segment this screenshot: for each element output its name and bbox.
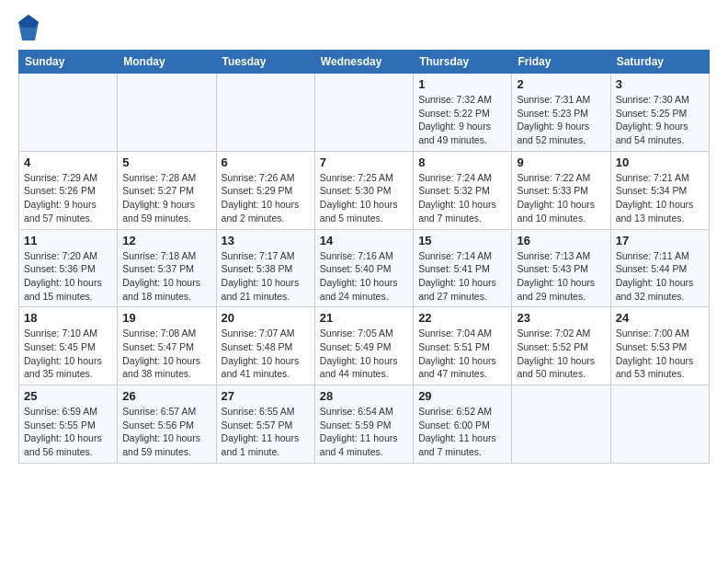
day-info: Sunrise: 7:04 AM Sunset: 5:51 PM Dayligh… bbox=[418, 327, 506, 381]
calendar-cell: 13Sunrise: 7:17 AM Sunset: 5:38 PM Dayli… bbox=[216, 229, 314, 307]
day-number: 10 bbox=[616, 155, 704, 169]
calendar-table: SundayMondayTuesdayWednesdayThursdayFrid… bbox=[18, 50, 710, 464]
calendar-cell: 12Sunrise: 7:18 AM Sunset: 5:37 PM Dayli… bbox=[118, 229, 216, 307]
calendar-cell: 14Sunrise: 7:16 AM Sunset: 5:40 PM Dayli… bbox=[314, 229, 413, 307]
day-info: Sunrise: 7:05 AM Sunset: 5:49 PM Dayligh… bbox=[320, 327, 408, 381]
calendar-cell: 9Sunrise: 7:22 AM Sunset: 5:33 PM Daylig… bbox=[512, 151, 610, 229]
day-info: Sunrise: 7:02 AM Sunset: 5:52 PM Dayligh… bbox=[517, 327, 605, 381]
calendar-cell: 6Sunrise: 7:26 AM Sunset: 5:29 PM Daylig… bbox=[216, 151, 314, 229]
day-info: Sunrise: 6:55 AM Sunset: 5:57 PM Dayligh… bbox=[222, 405, 310, 459]
day-number: 16 bbox=[517, 234, 605, 247]
calendar-cell: 29Sunrise: 6:52 AM Sunset: 6:00 PM Dayli… bbox=[414, 385, 512, 464]
calendar-cell: 7Sunrise: 7:25 AM Sunset: 5:30 PM Daylig… bbox=[314, 151, 413, 229]
calendar-cell bbox=[610, 385, 709, 464]
calendar-cell: 27Sunrise: 6:55 AM Sunset: 5:57 PM Dayli… bbox=[216, 385, 314, 464]
week-row-2: 4Sunrise: 7:29 AM Sunset: 5:26 PM Daylig… bbox=[19, 151, 710, 229]
day-info: Sunrise: 7:32 AM Sunset: 5:22 PM Dayligh… bbox=[418, 93, 506, 147]
weekday-header-saturday: Saturday bbox=[610, 51, 709, 74]
calendar-cell: 20Sunrise: 7:07 AM Sunset: 5:48 PM Dayli… bbox=[216, 307, 314, 385]
calendar-cell bbox=[19, 74, 118, 152]
day-number: 25 bbox=[24, 389, 112, 403]
day-number: 13 bbox=[222, 234, 310, 247]
day-number: 18 bbox=[24, 311, 112, 325]
day-number: 3 bbox=[616, 77, 704, 91]
day-info: Sunrise: 7:17 AM Sunset: 5:38 PM Dayligh… bbox=[222, 249, 310, 304]
day-number: 14 bbox=[320, 234, 408, 247]
day-number: 22 bbox=[418, 311, 506, 325]
weekday-header-monday: Monday bbox=[118, 51, 216, 74]
day-info: Sunrise: 6:59 AM Sunset: 5:55 PM Dayligh… bbox=[24, 405, 112, 459]
day-info: Sunrise: 7:30 AM Sunset: 5:25 PM Dayligh… bbox=[616, 93, 704, 147]
weekday-header-row: SundayMondayTuesdayWednesdayThursdayFrid… bbox=[19, 51, 710, 74]
week-row-5: 25Sunrise: 6:59 AM Sunset: 5:55 PM Dayli… bbox=[19, 385, 710, 464]
calendar-cell: 22Sunrise: 7:04 AM Sunset: 5:51 PM Dayli… bbox=[414, 307, 512, 385]
day-info: Sunrise: 6:54 AM Sunset: 5:59 PM Dayligh… bbox=[320, 405, 408, 459]
calendar-cell: 25Sunrise: 6:59 AM Sunset: 5:55 PM Dayli… bbox=[19, 385, 118, 464]
day-info: Sunrise: 7:16 AM Sunset: 5:40 PM Dayligh… bbox=[320, 249, 408, 304]
day-info: Sunrise: 7:21 AM Sunset: 5:34 PM Dayligh… bbox=[616, 171, 704, 225]
day-info: Sunrise: 7:26 AM Sunset: 5:29 PM Dayligh… bbox=[222, 171, 310, 225]
calendar-cell: 23Sunrise: 7:02 AM Sunset: 5:52 PM Dayli… bbox=[512, 307, 610, 385]
calendar-cell: 18Sunrise: 7:10 AM Sunset: 5:45 PM Dayli… bbox=[19, 307, 118, 385]
calendar-cell: 4Sunrise: 7:29 AM Sunset: 5:26 PM Daylig… bbox=[19, 151, 118, 229]
svg-marker-1 bbox=[18, 15, 39, 28]
day-info: Sunrise: 7:07 AM Sunset: 5:48 PM Dayligh… bbox=[222, 327, 310, 381]
week-row-1: 1Sunrise: 7:32 AM Sunset: 5:22 PM Daylig… bbox=[19, 74, 710, 152]
calendar-cell: 11Sunrise: 7:20 AM Sunset: 5:36 PM Dayli… bbox=[19, 229, 118, 307]
day-number: 23 bbox=[517, 311, 605, 325]
day-info: Sunrise: 7:24 AM Sunset: 5:32 PM Dayligh… bbox=[418, 171, 506, 225]
weekday-header-sunday: Sunday bbox=[19, 51, 118, 74]
day-number: 11 bbox=[24, 234, 112, 247]
day-info: Sunrise: 7:14 AM Sunset: 5:41 PM Dayligh… bbox=[418, 249, 506, 304]
day-info: Sunrise: 7:08 AM Sunset: 5:47 PM Dayligh… bbox=[122, 327, 210, 381]
day-number: 27 bbox=[222, 389, 310, 403]
calendar-cell: 24Sunrise: 7:00 AM Sunset: 5:53 PM Dayli… bbox=[610, 307, 709, 385]
day-info: Sunrise: 6:57 AM Sunset: 5:56 PM Dayligh… bbox=[122, 405, 210, 459]
day-info: Sunrise: 7:13 AM Sunset: 5:43 PM Dayligh… bbox=[517, 249, 605, 304]
page-header bbox=[18, 15, 710, 40]
day-number: 6 bbox=[222, 155, 310, 169]
calendar-cell: 5Sunrise: 7:28 AM Sunset: 5:27 PM Daylig… bbox=[118, 151, 216, 229]
day-info: Sunrise: 7:28 AM Sunset: 5:27 PM Dayligh… bbox=[122, 171, 210, 225]
day-number: 9 bbox=[517, 155, 605, 169]
day-number: 17 bbox=[616, 234, 704, 247]
calendar-cell: 28Sunrise: 6:54 AM Sunset: 5:59 PM Dayli… bbox=[314, 385, 413, 464]
week-row-4: 18Sunrise: 7:10 AM Sunset: 5:45 PM Dayli… bbox=[19, 307, 710, 385]
calendar-cell: 3Sunrise: 7:30 AM Sunset: 5:25 PM Daylig… bbox=[610, 74, 709, 152]
day-number: 7 bbox=[320, 155, 408, 169]
day-number: 2 bbox=[517, 77, 605, 91]
calendar-cell bbox=[314, 74, 413, 152]
day-info: Sunrise: 7:31 AM Sunset: 5:23 PM Dayligh… bbox=[517, 93, 605, 147]
day-info: Sunrise: 7:20 AM Sunset: 5:36 PM Dayligh… bbox=[24, 249, 112, 304]
calendar-cell: 17Sunrise: 7:11 AM Sunset: 5:44 PM Dayli… bbox=[610, 229, 709, 307]
calendar-cell: 8Sunrise: 7:24 AM Sunset: 5:32 PM Daylig… bbox=[414, 151, 512, 229]
logo bbox=[18, 15, 42, 40]
day-number: 24 bbox=[616, 311, 704, 325]
day-number: 28 bbox=[320, 389, 408, 403]
day-info: Sunrise: 6:52 AM Sunset: 6:00 PM Dayligh… bbox=[418, 405, 506, 459]
day-number: 19 bbox=[122, 311, 210, 325]
calendar-cell: 2Sunrise: 7:31 AM Sunset: 5:23 PM Daylig… bbox=[512, 74, 610, 152]
day-number: 15 bbox=[418, 234, 506, 247]
calendar-cell bbox=[216, 74, 314, 152]
day-number: 4 bbox=[24, 155, 112, 169]
calendar-cell: 10Sunrise: 7:21 AM Sunset: 5:34 PM Dayli… bbox=[610, 151, 709, 229]
calendar-cell bbox=[118, 74, 216, 152]
weekday-header-wednesday: Wednesday bbox=[314, 51, 413, 74]
calendar-cell: 16Sunrise: 7:13 AM Sunset: 5:43 PM Dayli… bbox=[512, 229, 610, 307]
day-number: 5 bbox=[122, 155, 210, 169]
day-number: 1 bbox=[418, 77, 506, 91]
day-info: Sunrise: 7:29 AM Sunset: 5:26 PM Dayligh… bbox=[24, 171, 112, 225]
day-number: 29 bbox=[418, 389, 506, 403]
day-info: Sunrise: 7:22 AM Sunset: 5:33 PM Dayligh… bbox=[517, 171, 605, 225]
day-number: 26 bbox=[122, 389, 210, 403]
calendar-cell: 19Sunrise: 7:08 AM Sunset: 5:47 PM Dayli… bbox=[118, 307, 216, 385]
week-row-3: 11Sunrise: 7:20 AM Sunset: 5:36 PM Dayli… bbox=[19, 229, 710, 307]
calendar-cell: 21Sunrise: 7:05 AM Sunset: 5:49 PM Dayli… bbox=[314, 307, 413, 385]
day-number: 12 bbox=[122, 234, 210, 247]
day-info: Sunrise: 7:25 AM Sunset: 5:30 PM Dayligh… bbox=[320, 171, 408, 225]
weekday-header-friday: Friday bbox=[512, 51, 610, 74]
day-number: 20 bbox=[222, 311, 310, 325]
day-info: Sunrise: 7:00 AM Sunset: 5:53 PM Dayligh… bbox=[616, 327, 704, 381]
day-info: Sunrise: 7:10 AM Sunset: 5:45 PM Dayligh… bbox=[24, 327, 112, 381]
